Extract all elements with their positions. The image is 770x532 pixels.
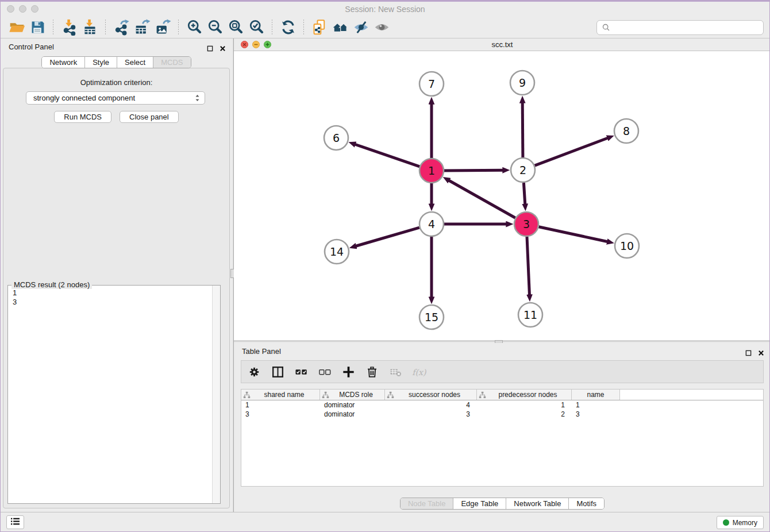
column-header-label: successor nodes bbox=[394, 391, 475, 399]
column-header-predecessor-nodes[interactable]: predecessor nodes bbox=[477, 390, 572, 400]
close-panel-icon[interactable] bbox=[758, 348, 764, 358]
tab-select[interactable]: Select bbox=[117, 57, 153, 68]
node-6[interactable]: 6 bbox=[324, 126, 348, 150]
tab-network-table[interactable]: Network Table bbox=[506, 498, 569, 509]
close-panel-button[interactable]: Close panel bbox=[120, 111, 179, 123]
export-network-button[interactable] bbox=[111, 18, 132, 37]
window-title: Session: New Session bbox=[1, 1, 769, 18]
run-mcds-button[interactable]: Run MCDS bbox=[54, 111, 111, 123]
import-table-button[interactable] bbox=[79, 18, 100, 37]
network-close-button[interactable] bbox=[241, 41, 248, 48]
function-builder-button: f(x) bbox=[411, 364, 427, 380]
zoom-fit-button[interactable] bbox=[225, 18, 246, 37]
edge-4-14[interactable] bbox=[356, 228, 419, 246]
table-row[interactable]: 1dominator411 bbox=[241, 400, 763, 410]
hide-selected-button[interactable] bbox=[351, 18, 371, 37]
svg-text:8: 8 bbox=[623, 125, 630, 137]
column-header-label: shared name bbox=[251, 391, 318, 399]
node-3[interactable]: 3 bbox=[514, 212, 538, 236]
table-cell: 4 bbox=[385, 401, 477, 409]
edge-2-3[interactable] bbox=[523, 183, 525, 205]
add-column-button[interactable] bbox=[340, 364, 356, 380]
svg-text:2: 2 bbox=[519, 164, 526, 176]
zoom-in-button[interactable] bbox=[184, 18, 205, 37]
apply-layout-button[interactable] bbox=[278, 18, 298, 37]
show-all-button[interactable] bbox=[371, 18, 392, 37]
float-panel-icon[interactable] bbox=[207, 44, 213, 54]
edge-1-2[interactable] bbox=[444, 170, 503, 171]
close-panel-icon[interactable] bbox=[220, 44, 226, 54]
edge-3-10[interactable] bbox=[539, 227, 608, 242]
node-10[interactable]: 10 bbox=[615, 234, 639, 258]
svg-text:6: 6 bbox=[333, 132, 340, 144]
clone-network-button[interactable] bbox=[309, 18, 330, 37]
node-4[interactable]: 4 bbox=[419, 212, 444, 236]
table-row[interactable]: 3dominator323 bbox=[241, 410, 763, 419]
result-line: 1 bbox=[13, 288, 207, 298]
search-box[interactable] bbox=[596, 20, 764, 35]
node-15[interactable]: 15 bbox=[419, 305, 444, 329]
result-scrollbar[interactable] bbox=[212, 286, 220, 503]
result-line: 3 bbox=[13, 298, 207, 307]
float-panel-icon[interactable] bbox=[745, 348, 752, 358]
network-minimize-button[interactable] bbox=[252, 41, 260, 48]
node-1[interactable]: 1 bbox=[419, 159, 444, 183]
export-image-button[interactable] bbox=[152, 18, 173, 37]
tab-network[interactable]: Network bbox=[42, 57, 85, 68]
split-panel-button[interactable] bbox=[270, 364, 286, 380]
network-graph[interactable]: 7968124314101511 bbox=[234, 51, 770, 340]
node-2[interactable]: 2 bbox=[511, 158, 535, 182]
criterion-select[interactable]: strongly connected component bbox=[26, 91, 205, 105]
delete-column-button[interactable] bbox=[364, 364, 380, 380]
delete-table-button bbox=[387, 364, 403, 380]
mcds-tab-content: Optimization criterion: strongly connect… bbox=[3, 68, 230, 508]
deselect-all-button[interactable] bbox=[317, 364, 333, 380]
node-14[interactable]: 14 bbox=[325, 240, 349, 264]
column-header-label: name bbox=[573, 391, 618, 399]
tab-edge-table[interactable]: Edge Table bbox=[453, 498, 506, 509]
task-history-button[interactable] bbox=[6, 515, 24, 529]
network-canvas[interactable]: 7968124314101511 bbox=[234, 51, 770, 340]
column-header-label: predecessor nodes bbox=[486, 391, 569, 399]
edge-2-9[interactable] bbox=[522, 102, 523, 157]
node-7[interactable]: 7 bbox=[419, 72, 444, 96]
table-cell: 3 bbox=[385, 410, 477, 418]
edge-1-6[interactable] bbox=[355, 144, 419, 167]
tab-mcds[interactable]: MCDS bbox=[153, 57, 190, 68]
tab-motifs[interactable]: Motifs bbox=[569, 498, 604, 509]
node-9[interactable]: 9 bbox=[510, 71, 534, 95]
export-table-button[interactable] bbox=[132, 18, 152, 37]
table-settings-button[interactable] bbox=[246, 364, 262, 380]
edge-3-11[interactable] bbox=[527, 237, 530, 295]
node-8[interactable]: 8 bbox=[614, 119, 638, 143]
save-session-button[interactable] bbox=[27, 18, 48, 37]
import-network-button[interactable] bbox=[59, 18, 79, 37]
table-cell: 1 bbox=[241, 401, 320, 409]
first-neighbors-button[interactable] bbox=[330, 18, 351, 37]
table-cell: 1 bbox=[572, 401, 620, 409]
edge-2-8[interactable] bbox=[535, 138, 609, 165]
tab-style[interactable]: Style bbox=[85, 57, 117, 68]
zoom-selected-button[interactable] bbox=[246, 18, 267, 37]
edge-3-1[interactable] bbox=[449, 180, 515, 218]
column-header-shared-name[interactable]: shared name bbox=[241, 390, 320, 400]
zoom-window-button[interactable] bbox=[31, 5, 38, 13]
column-header-successor-nodes[interactable]: successor nodes bbox=[385, 390, 477, 400]
memory-status-dot bbox=[723, 519, 729, 526]
select-all-button[interactable] bbox=[293, 364, 309, 380]
memory-button[interactable]: Memory bbox=[717, 516, 764, 529]
svg-text:14: 14 bbox=[330, 245, 344, 258]
mcds-result-list[interactable]: 13 bbox=[8, 286, 211, 503]
column-header-label: MCDS role bbox=[329, 391, 383, 399]
node-11[interactable]: 11 bbox=[518, 303, 542, 327]
network-maximize-button[interactable] bbox=[264, 41, 271, 48]
open-session-button[interactable] bbox=[6, 18, 27, 37]
close-window-button[interactable] bbox=[7, 5, 14, 13]
column-header-mcds-role[interactable]: MCDS role bbox=[320, 390, 385, 400]
tab-node-table[interactable]: Node Table bbox=[401, 498, 454, 509]
column-header-name[interactable]: name bbox=[572, 390, 620, 400]
minimize-window-button[interactable] bbox=[19, 5, 26, 13]
search-input[interactable] bbox=[613, 22, 759, 32]
svg-text:f(x): f(x) bbox=[412, 367, 426, 376]
zoom-out-button[interactable] bbox=[205, 18, 225, 37]
